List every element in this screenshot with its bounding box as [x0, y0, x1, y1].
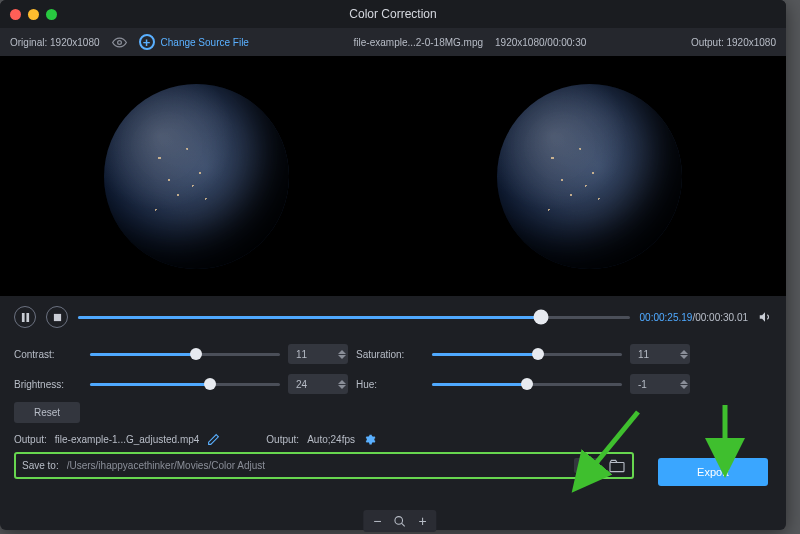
time-display: 00:00:25.19/00:00:30.01	[640, 312, 748, 323]
chevron-up-icon[interactable]	[680, 350, 688, 354]
volume-icon[interactable]	[758, 310, 772, 324]
hue-slider[interactable]	[432, 378, 622, 390]
reset-button[interactable]: Reset	[14, 402, 80, 423]
brightness-label: Brightness:	[14, 379, 82, 390]
export-button[interactable]: Export	[658, 458, 768, 486]
output-format-value: Auto;24fps	[307, 434, 355, 445]
info-bar: Original: 1920x1080 + Change Source File…	[0, 28, 786, 56]
stop-button[interactable]	[46, 306, 68, 328]
brightness-stepper[interactable]: 24	[288, 374, 348, 394]
chevron-down-icon[interactable]	[680, 355, 688, 359]
chevron-down-icon[interactable]	[338, 355, 346, 359]
zoom-out-button[interactable]: −	[373, 513, 381, 529]
change-source-button[interactable]: + Change Source File	[139, 34, 249, 50]
save-to-label: Save to:	[22, 460, 59, 471]
original-label: Original: 1920x1080	[10, 37, 100, 48]
chevron-down-icon[interactable]	[338, 385, 346, 389]
svg-rect-2	[26, 313, 29, 322]
output-filename: file-example-1...G_adjusted.mp4	[55, 434, 200, 445]
hue-label: Hue:	[356, 379, 424, 390]
saturation-label: Saturation:	[356, 349, 424, 360]
chevron-down-icon[interactable]	[680, 385, 688, 389]
save-to-row: Save to: /Users/ihappyacethinker/Movies/…	[14, 452, 634, 479]
output-file-label: Output:	[14, 434, 47, 445]
preview-original	[0, 56, 393, 296]
magnifier-icon[interactable]	[394, 515, 407, 528]
svg-rect-3	[53, 313, 60, 320]
svg-rect-4	[610, 462, 624, 471]
preview-adjusted	[393, 56, 786, 296]
pause-button[interactable]	[14, 306, 36, 328]
svg-rect-1	[21, 313, 24, 322]
preview-image	[497, 84, 682, 269]
preview-image	[104, 84, 289, 269]
chevron-up-icon[interactable]	[680, 380, 688, 384]
titlebar: Color Correction	[0, 0, 786, 28]
preview-area	[0, 56, 786, 296]
adjustment-controls: Contrast: 11 Saturation: 11 Brightness: …	[14, 344, 772, 394]
saturation-stepper[interactable]: 11	[630, 344, 690, 364]
source-res-time: 1920x1080/00:00:30	[495, 37, 586, 48]
pencil-icon[interactable]	[207, 433, 220, 446]
svg-point-7	[395, 516, 403, 524]
zoom-in-button[interactable]: +	[419, 513, 427, 529]
output-res-label: Output: 1920x1080	[691, 37, 776, 48]
contrast-stepper[interactable]: 11	[288, 344, 348, 364]
color-correction-window: Color Correction Original: 1920x1080 + C…	[0, 0, 786, 530]
output-file-row: Output: file-example-1...G_adjusted.mp4 …	[14, 433, 772, 446]
saturation-slider[interactable]	[432, 348, 622, 360]
chevron-up-icon[interactable]	[338, 350, 346, 354]
contrast-label: Contrast:	[14, 349, 82, 360]
open-folder-icon[interactable]	[608, 459, 626, 473]
plus-icon: +	[139, 34, 155, 50]
hue-stepper[interactable]: -1	[630, 374, 690, 394]
zoom-controls: − +	[363, 510, 436, 532]
output-format-label: Output:	[266, 434, 299, 445]
window-title: Color Correction	[0, 7, 786, 21]
timeline-slider[interactable]	[78, 310, 630, 324]
brightness-slider[interactable]	[90, 378, 280, 390]
save-path: /Users/ihappyacethinker/Movies/Color Adj…	[67, 460, 567, 471]
change-source-label: Change Source File	[161, 37, 249, 48]
contrast-slider[interactable]	[90, 348, 280, 360]
source-filename: file-example...2-0-18MG.mpg	[354, 37, 484, 48]
chevron-up-icon[interactable]	[338, 380, 346, 384]
browse-button[interactable]: •••	[574, 458, 600, 473]
eye-icon[interactable]	[112, 35, 127, 50]
gear-icon[interactable]	[363, 433, 376, 446]
svg-point-0	[117, 40, 121, 44]
playback-row: 00:00:25.19/00:00:30.01	[14, 306, 772, 328]
